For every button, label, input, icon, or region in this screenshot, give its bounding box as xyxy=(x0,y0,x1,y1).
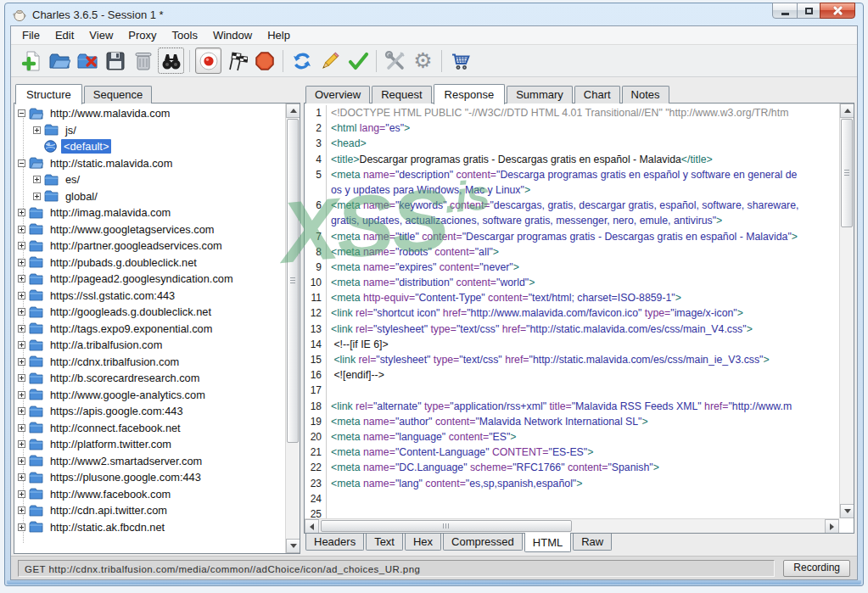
expand-plus-icon[interactable] xyxy=(18,374,25,382)
tree-row[interactable]: http://b.scorecardresearch.com xyxy=(14,370,285,387)
maximize-button[interactable] xyxy=(797,3,820,19)
expand-plus-icon[interactable] xyxy=(33,126,41,134)
tree-row[interactable]: https://apis.google.com:443 xyxy=(14,403,285,420)
expand-plus-icon[interactable] xyxy=(18,242,25,249)
tab-overview[interactable]: Overview xyxy=(305,86,370,103)
tab-request[interactable]: Request xyxy=(372,86,431,103)
tree-row[interactable]: http://www.malavida.com xyxy=(14,105,285,122)
expand-plus-icon[interactable] xyxy=(18,473,25,481)
toolbar-button-find-binoculars[interactable] xyxy=(158,48,184,74)
expand-plus-icon[interactable] xyxy=(18,325,25,333)
expand-plus-icon[interactable] xyxy=(18,506,25,514)
tree-row[interactable]: global/ xyxy=(14,188,285,205)
toolbar-button-edit-pencil[interactable] xyxy=(316,48,343,74)
expand-plus-icon[interactable] xyxy=(18,391,25,399)
toolbar-button-record[interactable] xyxy=(195,48,221,74)
tree-row[interactable]: http://platform.twitter.com xyxy=(14,436,285,453)
tree-row[interactable]: es/ xyxy=(14,171,285,188)
tab-chart[interactable]: Chart xyxy=(574,86,620,103)
toolbar-button-cart[interactable] xyxy=(447,48,473,74)
expand-plus-icon[interactable] xyxy=(18,407,25,415)
expand-plus-icon[interactable] xyxy=(18,440,25,448)
expand-plus-icon[interactable] xyxy=(18,341,25,349)
toolbar-button-tools[interactable] xyxy=(382,48,408,74)
tree-row[interactable]: http://pagead2.googlesyndication.com xyxy=(14,271,285,288)
expand-plus-icon[interactable] xyxy=(18,209,25,216)
toolbar-button-open-folder[interactable] xyxy=(46,48,72,74)
collapse-minus-icon[interactable] xyxy=(18,159,25,167)
expand-plus-icon[interactable] xyxy=(33,193,41,200)
tree-row[interactable]: https://ssl.gstatic.com:443 xyxy=(14,288,285,305)
expand-plus-icon[interactable] xyxy=(18,292,25,299)
title-bar[interactable]: Charles 3.6.5 - Session 1 * xyxy=(5,3,863,25)
tree-row[interactable]: http://imag.malavida.com xyxy=(14,204,285,221)
tree-row[interactable]: http://www.google-analytics.com xyxy=(14,387,285,404)
tree-scroll-thumb[interactable] xyxy=(287,119,299,443)
collapse-minus-icon[interactable] xyxy=(18,109,25,117)
code-scroll-thumb[interactable] xyxy=(841,119,853,227)
tree-row[interactable]: <default> xyxy=(14,138,285,155)
toolbar-button-breakpoints-stop[interactable] xyxy=(251,48,277,74)
tree-row[interactable]: http://cdn.api.twitter.com xyxy=(14,502,285,519)
scroll-up-button[interactable] xyxy=(286,103,300,118)
tree-row[interactable]: http://partner.googleadservices.com xyxy=(14,238,285,255)
format-tab-headers[interactable]: Headers xyxy=(305,534,364,551)
expand-plus-icon[interactable] xyxy=(33,176,41,183)
expand-plus-icon[interactable] xyxy=(18,275,25,283)
toolbar-button-validate-check[interactable] xyxy=(344,48,371,74)
toolbar-button-save[interactable] xyxy=(102,48,128,74)
expand-plus-icon[interactable] xyxy=(18,523,25,531)
menu-file[interactable]: File xyxy=(14,27,48,43)
expand-plus-icon[interactable] xyxy=(18,490,25,498)
format-tab-compressed[interactable]: Compressed xyxy=(443,534,523,551)
toolbar-button-throttle-flags[interactable] xyxy=(223,48,249,74)
tree-row[interactable]: http://a.tribalfusion.com xyxy=(14,337,285,354)
scroll-down-button[interactable] xyxy=(286,539,300,553)
format-tab-hex[interactable]: Hex xyxy=(405,534,441,551)
tab-sequence[interactable]: Sequence xyxy=(84,86,153,103)
menu-proxy[interactable]: Proxy xyxy=(120,27,164,43)
tree-row[interactable]: http://static.malavida.com xyxy=(14,155,285,172)
toolbar-button-new-document[interactable] xyxy=(18,48,44,74)
tree-row[interactable]: http://www.facebook.com xyxy=(14,486,285,503)
toolbar-button-trash[interactable] xyxy=(130,48,156,74)
tab-summary[interactable]: Summary xyxy=(507,86,573,103)
tab-notes[interactable]: Notes xyxy=(622,86,669,103)
tree-vertical-scrollbar[interactable] xyxy=(285,103,300,553)
expand-plus-icon[interactable] xyxy=(18,424,25,432)
recording-button[interactable]: Recording xyxy=(783,560,850,577)
tree-row[interactable]: js/ xyxy=(14,122,285,139)
menu-view[interactable]: View xyxy=(81,27,120,43)
minimize-button[interactable] xyxy=(772,3,798,19)
scroll-up-button[interactable] xyxy=(840,103,854,118)
scroll-left-button[interactable] xyxy=(305,519,319,534)
code-hscroll-thumb[interactable] xyxy=(321,520,572,532)
scroll-down-button[interactable] xyxy=(840,504,854,518)
close-button[interactable] xyxy=(820,3,855,19)
tree-row[interactable]: http://www2.smartadserver.com xyxy=(14,453,285,470)
toolbar-button-close-folder[interactable] xyxy=(74,48,100,74)
code-horizontal-scrollbar[interactable] xyxy=(305,518,839,533)
toolbar-button-settings-gear[interactable]: ⚙ xyxy=(410,48,436,74)
format-tab-text[interactable]: Text xyxy=(366,534,403,551)
tree-row[interactable]: http://connect.facebook.net xyxy=(14,420,285,437)
tree-row[interactable]: http://tags.expo9.exponential.com xyxy=(14,321,285,338)
scroll-right-button[interactable] xyxy=(825,519,839,534)
expand-plus-icon[interactable] xyxy=(18,457,25,465)
response-html-view[interactable]: 1<!DOCTYPE HTML PUBLIC "-//W3C//DTD HTML… xyxy=(304,103,854,534)
tree-row[interactable]: http://www.googletagservices.com xyxy=(14,221,285,238)
toolbar-button-repeat[interactable] xyxy=(288,48,315,74)
expand-plus-icon[interactable] xyxy=(18,226,25,233)
menu-edit[interactable]: Edit xyxy=(48,27,81,43)
format-tab-html[interactable]: HTML xyxy=(524,533,571,552)
tree-row[interactable]: http://static.ak.fbcdn.net xyxy=(14,519,285,536)
tree-row[interactable]: http://googleads.g.doubleclick.net xyxy=(14,304,285,321)
expand-plus-icon[interactable] xyxy=(18,308,25,316)
host-tree[interactable]: http://www.malavida.comjs/<default>http:… xyxy=(14,103,300,554)
format-tab-raw[interactable]: Raw xyxy=(573,534,612,551)
tree-row[interactable]: https://plusone.google.com:443 xyxy=(14,469,285,486)
tree-row[interactable]: http://pubads.g.doubleclick.net xyxy=(14,255,285,271)
expand-plus-icon[interactable] xyxy=(18,259,25,266)
expand-plus-icon[interactable] xyxy=(18,358,25,366)
menu-help[interactable]: Help xyxy=(260,27,298,43)
